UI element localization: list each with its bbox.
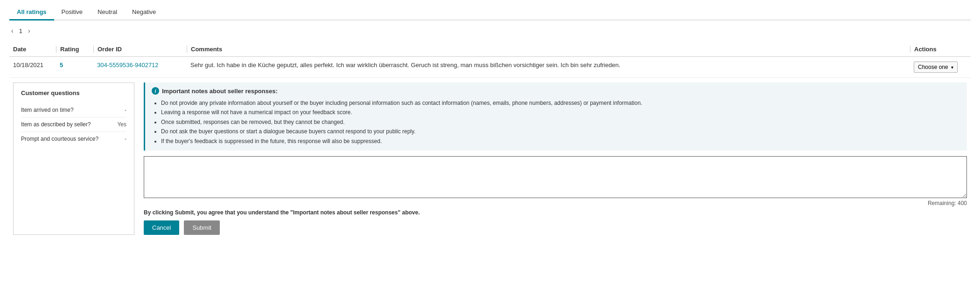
notes-title-text: Important notes about seller responses: <box>162 88 278 95</box>
question-answer-2: Yes <box>117 121 126 128</box>
note-item-1: Do not provide any private information a… <box>161 98 960 108</box>
col-comments: Comments <box>187 46 910 53</box>
cell-rating: 5 <box>56 62 93 69</box>
action-buttons: Cancel Submit <box>144 220 967 235</box>
question-answer-3: - <box>125 136 126 142</box>
choose-one-button[interactable]: Choose one ▾ <box>914 62 958 73</box>
remaining-count: Remaining: 400 <box>144 200 967 206</box>
page-number: 1 <box>19 27 22 34</box>
rating-value: 5 <box>60 62 63 69</box>
col-date: Date <box>9 46 56 53</box>
cell-date: 10/18/2021 <box>9 62 56 69</box>
tab-positive[interactable]: Positive <box>54 5 91 21</box>
pagination: ‹ 1 › <box>9 26 971 35</box>
question-answer-1: - <box>125 107 126 113</box>
note-item-4: Do not ask the buyer questions or start … <box>161 127 960 136</box>
customer-questions-panel: Customer questions Item arrived on time?… <box>13 82 134 235</box>
info-icon: i <box>152 87 159 95</box>
note-item-5: If the buyer's feedback is suppressed in… <box>161 137 960 146</box>
tabs-container: All ratings Positive Neutral Negative <box>9 5 971 21</box>
agreement-text: By clicking Submit, you agree that you u… <box>144 209 967 216</box>
order-id-link[interactable]: 304-5559536-9402712 <box>97 62 159 69</box>
col-order-id: Order ID <box>93 46 187 53</box>
cancel-button[interactable]: Cancel <box>144 220 179 235</box>
important-notes-box: i Important notes about seller responses… <box>144 82 967 151</box>
response-textarea[interactable] <box>144 156 967 198</box>
question-text-1: Item arrived on time? <box>21 107 74 113</box>
submit-button[interactable]: Submit <box>184 220 219 235</box>
question-text-3: Prompt and courteous service? <box>21 136 98 142</box>
cell-actions: Choose one ▾ <box>910 62 971 73</box>
question-row-3: Prompt and courteous service? - <box>21 132 126 146</box>
question-row-1: Item arrived on time? - <box>21 103 126 117</box>
tab-negative[interactable]: Negative <box>125 5 163 21</box>
cell-order-id: 304-5559536-9402712 <box>93 62 187 69</box>
note-item-3: Once submitted, responses can be removed… <box>161 117 960 127</box>
table-header: Date Rating Order ID Comments Actions <box>9 42 971 57</box>
prev-page-button[interactable]: ‹ <box>9 26 15 35</box>
cell-comment: Sehr gut. Ich habe in die Küche geputzt,… <box>187 62 910 69</box>
col-rating: Rating <box>56 46 93 53</box>
table-row: 10/18/2021 5 304-5559536-9402712 Sehr gu… <box>9 57 971 78</box>
chevron-down-icon: ▾ <box>951 65 953 70</box>
notes-title: i Important notes about seller responses… <box>152 87 960 95</box>
page-wrapper: All ratings Positive Neutral Negative ‹ … <box>0 0 980 302</box>
choose-one-label: Choose one <box>918 64 948 70</box>
question-text-2: Item as described by seller? <box>21 121 91 128</box>
notes-list: Do not provide any private information a… <box>152 98 960 146</box>
content-area: Customer questions Item arrived on time?… <box>9 82 971 235</box>
col-actions: Actions <box>910 46 971 53</box>
question-row-2: Item as described by seller? Yes <box>21 117 126 132</box>
note-item-2: Leaving a response will not have a numer… <box>161 108 960 117</box>
next-page-button[interactable]: › <box>26 26 32 35</box>
notes-panel: i Important notes about seller responses… <box>144 82 967 235</box>
tab-neutral[interactable]: Neutral <box>90 5 125 21</box>
customer-questions-title: Customer questions <box>21 89 126 96</box>
tab-all-ratings[interactable]: All ratings <box>9 5 54 21</box>
